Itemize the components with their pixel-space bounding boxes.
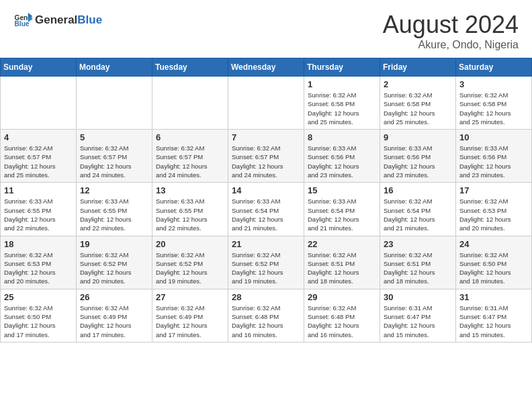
calendar-day-cell: 31Sunrise: 6:31 AM Sunset: 6:47 PM Dayli… bbox=[456, 289, 532, 342]
day-info: Sunrise: 6:32 AM Sunset: 6:48 PM Dayligh… bbox=[308, 304, 376, 339]
day-number: 2 bbox=[384, 79, 452, 89]
calendar-day-cell: 23Sunrise: 6:32 AM Sunset: 6:51 PM Dayli… bbox=[380, 236, 456, 289]
day-info: Sunrise: 6:32 AM Sunset: 6:49 PM Dayligh… bbox=[156, 304, 224, 339]
day-info: Sunrise: 6:32 AM Sunset: 6:54 PM Dayligh… bbox=[384, 197, 452, 232]
calendar-week-row: 25Sunrise: 6:32 AM Sunset: 6:50 PM Dayli… bbox=[1, 289, 532, 342]
calendar-day-cell: 15Sunrise: 6:33 AM Sunset: 6:54 PM Dayli… bbox=[304, 183, 380, 236]
day-number: 4 bbox=[4, 132, 73, 142]
weekday-header: Tuesday bbox=[152, 58, 228, 77]
day-number: 31 bbox=[459, 292, 528, 302]
day-number: 16 bbox=[384, 185, 452, 195]
calendar-day-cell bbox=[1, 77, 77, 130]
day-info: Sunrise: 6:33 AM Sunset: 6:55 PM Dayligh… bbox=[4, 197, 73, 232]
day-info: Sunrise: 6:32 AM Sunset: 6:48 PM Dayligh… bbox=[232, 304, 300, 339]
day-info: Sunrise: 6:33 AM Sunset: 6:55 PM Dayligh… bbox=[156, 197, 224, 232]
location-subtitle: Akure, Ondo, Nigeria bbox=[383, 39, 519, 51]
title-block: August 2024 Akure, Ondo, Nigeria bbox=[383, 11, 519, 51]
month-year-title: August 2024 bbox=[383, 11, 519, 39]
calendar-day-cell: 3Sunrise: 6:32 AM Sunset: 6:58 PM Daylig… bbox=[456, 77, 532, 130]
day-number: 5 bbox=[80, 132, 148, 142]
day-info: Sunrise: 6:32 AM Sunset: 6:51 PM Dayligh… bbox=[384, 250, 452, 286]
day-number: 13 bbox=[156, 185, 224, 195]
day-info: Sunrise: 6:32 AM Sunset: 6:57 PM Dayligh… bbox=[80, 144, 148, 179]
day-number: 1 bbox=[308, 79, 376, 89]
day-number: 21 bbox=[232, 239, 300, 249]
calendar-day-cell: 21Sunrise: 6:32 AM Sunset: 6:52 PM Dayli… bbox=[228, 236, 304, 289]
day-number: 29 bbox=[308, 292, 376, 302]
calendar-day-cell bbox=[152, 77, 228, 130]
day-info: Sunrise: 6:32 AM Sunset: 6:52 PM Dayligh… bbox=[156, 250, 224, 286]
calendar-day-cell: 24Sunrise: 6:32 AM Sunset: 6:50 PM Dayli… bbox=[456, 236, 532, 289]
day-number: 15 bbox=[308, 185, 376, 195]
day-number: 19 bbox=[80, 239, 148, 249]
calendar-day-cell: 28Sunrise: 6:32 AM Sunset: 6:48 PM Dayli… bbox=[228, 289, 304, 342]
calendar-day-cell: 26Sunrise: 6:32 AM Sunset: 6:49 PM Dayli… bbox=[77, 289, 152, 342]
calendar-day-cell: 16Sunrise: 6:32 AM Sunset: 6:54 PM Dayli… bbox=[380, 183, 456, 236]
calendar-day-cell: 4Sunrise: 6:32 AM Sunset: 6:57 PM Daylig… bbox=[1, 130, 77, 183]
day-info: Sunrise: 6:31 AM Sunset: 6:47 PM Dayligh… bbox=[459, 304, 528, 339]
calendar-day-cell: 10Sunrise: 6:33 AM Sunset: 6:56 PM Dayli… bbox=[456, 130, 532, 183]
day-info: Sunrise: 6:32 AM Sunset: 6:58 PM Dayligh… bbox=[308, 91, 376, 126]
day-number: 14 bbox=[232, 185, 300, 195]
calendar-day-cell: 29Sunrise: 6:32 AM Sunset: 6:48 PM Dayli… bbox=[304, 289, 380, 342]
day-number: 27 bbox=[156, 292, 224, 302]
day-info: Sunrise: 6:32 AM Sunset: 6:53 PM Dayligh… bbox=[459, 197, 528, 232]
calendar-week-row: 18Sunrise: 6:32 AM Sunset: 6:53 PM Dayli… bbox=[1, 236, 532, 289]
day-number: 8 bbox=[308, 132, 376, 142]
day-info: Sunrise: 6:33 AM Sunset: 6:54 PM Dayligh… bbox=[308, 197, 376, 232]
day-info: Sunrise: 6:32 AM Sunset: 6:53 PM Dayligh… bbox=[4, 250, 73, 286]
weekday-header-row: SundayMondayTuesdayWednesdayThursdayFrid… bbox=[1, 58, 532, 77]
page-header: General Blue GeneralBlue August 2024 Aku… bbox=[0, 0, 532, 58]
calendar-day-cell: 27Sunrise: 6:32 AM Sunset: 6:49 PM Dayli… bbox=[152, 289, 228, 342]
day-number: 18 bbox=[4, 239, 73, 249]
day-info: Sunrise: 6:32 AM Sunset: 6:57 PM Dayligh… bbox=[156, 144, 224, 179]
day-info: Sunrise: 6:32 AM Sunset: 6:57 PM Dayligh… bbox=[232, 144, 300, 179]
calendar-week-row: 1Sunrise: 6:32 AM Sunset: 6:58 PM Daylig… bbox=[1, 77, 532, 130]
day-info: Sunrise: 6:33 AM Sunset: 6:56 PM Dayligh… bbox=[308, 144, 376, 179]
day-number: 10 bbox=[459, 132, 528, 142]
day-info: Sunrise: 6:32 AM Sunset: 6:50 PM Dayligh… bbox=[459, 250, 528, 286]
day-number: 20 bbox=[156, 239, 224, 249]
day-number: 30 bbox=[384, 292, 452, 302]
weekday-header: Wednesday bbox=[228, 58, 304, 77]
day-number: 6 bbox=[156, 132, 224, 142]
calendar-day-cell: 18Sunrise: 6:32 AM Sunset: 6:53 PM Dayli… bbox=[1, 236, 77, 289]
day-info: Sunrise: 6:33 AM Sunset: 6:55 PM Dayligh… bbox=[80, 197, 148, 232]
day-info: Sunrise: 6:32 AM Sunset: 6:58 PM Dayligh… bbox=[459, 91, 528, 126]
calendar-day-cell: 11Sunrise: 6:33 AM Sunset: 6:55 PM Dayli… bbox=[1, 183, 77, 236]
calendar-day-cell: 14Sunrise: 6:33 AM Sunset: 6:54 PM Dayli… bbox=[228, 183, 304, 236]
calendar-table: SundayMondayTuesdayWednesdayThursdayFrid… bbox=[0, 58, 532, 342]
logo-blue-text: Blue bbox=[77, 13, 102, 26]
calendar-day-cell: 8Sunrise: 6:33 AM Sunset: 6:56 PM Daylig… bbox=[304, 130, 380, 183]
weekday-header: Sunday bbox=[1, 58, 77, 77]
svg-text:Blue: Blue bbox=[15, 20, 30, 28]
calendar-day-cell: 13Sunrise: 6:33 AM Sunset: 6:55 PM Dayli… bbox=[152, 183, 228, 236]
day-number: 7 bbox=[232, 132, 300, 142]
weekday-header: Monday bbox=[77, 58, 152, 77]
calendar-day-cell: 7Sunrise: 6:32 AM Sunset: 6:57 PM Daylig… bbox=[228, 130, 304, 183]
logo-icon: General Blue bbox=[13, 11, 32, 30]
day-number: 25 bbox=[4, 292, 73, 302]
calendar-day-cell: 22Sunrise: 6:32 AM Sunset: 6:51 PM Dayli… bbox=[304, 236, 380, 289]
calendar-day-cell: 9Sunrise: 6:33 AM Sunset: 6:56 PM Daylig… bbox=[380, 130, 456, 183]
day-info: Sunrise: 6:32 AM Sunset: 6:50 PM Dayligh… bbox=[4, 304, 73, 339]
day-number: 9 bbox=[384, 132, 452, 142]
day-number: 17 bbox=[459, 185, 528, 195]
day-number: 24 bbox=[459, 239, 528, 249]
calendar-day-cell: 2Sunrise: 6:32 AM Sunset: 6:58 PM Daylig… bbox=[380, 77, 456, 130]
day-number: 22 bbox=[308, 239, 376, 249]
day-info: Sunrise: 6:32 AM Sunset: 6:57 PM Dayligh… bbox=[4, 144, 73, 179]
calendar-day-cell: 5Sunrise: 6:32 AM Sunset: 6:57 PM Daylig… bbox=[77, 130, 152, 183]
logo: General Blue GeneralBlue bbox=[13, 11, 102, 30]
calendar-week-row: 4Sunrise: 6:32 AM Sunset: 6:57 PM Daylig… bbox=[1, 130, 532, 183]
day-number: 11 bbox=[4, 185, 73, 195]
day-info: Sunrise: 6:31 AM Sunset: 6:47 PM Dayligh… bbox=[384, 304, 452, 339]
day-number: 26 bbox=[80, 292, 148, 302]
calendar-day-cell: 19Sunrise: 6:32 AM Sunset: 6:52 PM Dayli… bbox=[77, 236, 152, 289]
day-number: 12 bbox=[80, 185, 148, 195]
weekday-header: Saturday bbox=[456, 58, 532, 77]
day-info: Sunrise: 6:32 AM Sunset: 6:52 PM Dayligh… bbox=[232, 250, 300, 286]
weekday-header: Friday bbox=[380, 58, 456, 77]
logo-general-text: General bbox=[35, 13, 77, 26]
day-number: 23 bbox=[384, 239, 452, 249]
